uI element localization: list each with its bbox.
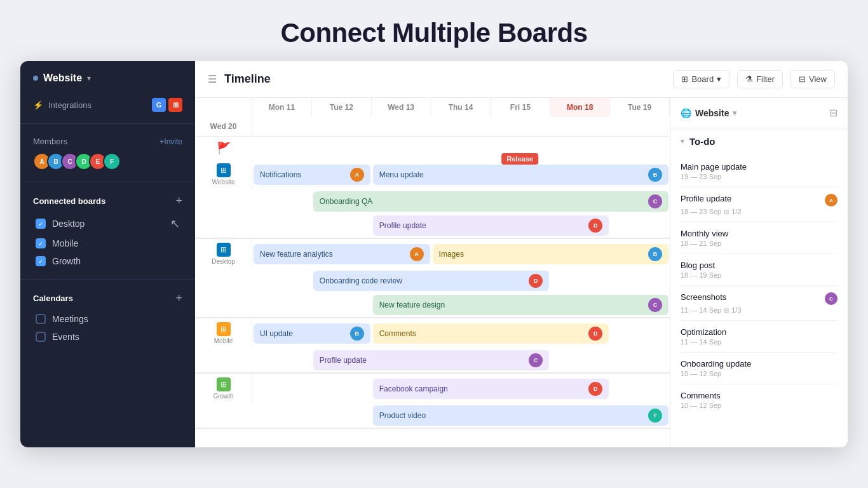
todo-item[interactable]: Screenshots C 11 — 14 Sep ⊟ 1/3 [681, 286, 837, 321]
task-label: Onboarding code review [320, 276, 402, 285]
task-avatar: A [350, 168, 364, 182]
desktop-checkbox[interactable]: ✓ [36, 219, 46, 229]
todo-date: 18 — 23 Sep ⊟ 1/2 [681, 208, 837, 215]
website-icon: 🌐 [681, 108, 691, 118]
meetings-checkbox[interactable] [36, 314, 46, 324]
trello-icon: ⊞ [217, 163, 231, 177]
members-avatars: A B C D E F [33, 152, 182, 170]
task-avatar: D [588, 382, 602, 396]
task-label: Menu update [379, 170, 424, 179]
task-avatar: B [350, 327, 364, 341]
task-new-feature-design[interactable]: New feature design C [373, 295, 668, 315]
invite-button[interactable]: +Invite [159, 137, 182, 146]
todo-header: ▾ To-do [681, 136, 837, 147]
growth-checkbox[interactable]: ✓ [36, 256, 46, 266]
todo-label: To-do [689, 136, 715, 147]
right-panel-website: 🌐 Website ▾ [681, 108, 736, 118]
task-ui-update[interactable]: UI update B [254, 323, 370, 344]
add-calendar-button[interactable]: + [175, 292, 182, 304]
task-label: New feature analytics [260, 250, 333, 259]
board-chevron-icon: ▾ [717, 74, 721, 84]
task-profile-update-1[interactable]: Profile update D [373, 215, 609, 236]
board-icon-website: ⊞ Website [195, 159, 252, 189]
todo-date: 11 — 14 Sep [681, 338, 837, 346]
task-label: Images [439, 250, 464, 259]
task-onboarding-code[interactable]: Onboarding code review D [313, 271, 549, 291]
integrations-icon: ⚡ [33, 100, 43, 110]
website-chevron-icon: ▾ [733, 109, 736, 118]
events-checkbox[interactable] [36, 332, 46, 342]
filter-icon: ⚗ [745, 74, 753, 84]
hamburger-icon[interactable]: ☰ [208, 73, 217, 85]
sidebar-item-events[interactable]: Events [33, 328, 182, 346]
google-integration-icon[interactable]: G [152, 98, 166, 112]
board-row-website: 🚩 Release [195, 137, 670, 239]
main-content: ☰ Timeline ⊞ Board ▾ ⚗ Filter ⊟ View Mo [195, 61, 848, 447]
mobile-checkbox[interactable]: ✓ [36, 238, 46, 248]
todo-title: Screenshots [681, 292, 820, 302]
task-label: Profile update [379, 221, 426, 230]
board-row-desktop: ⊞ Desktop New feature analytics A Images [195, 239, 670, 318]
todo-title: Main page update [681, 162, 837, 172]
filter-button[interactable]: ⚗ Filter [737, 70, 783, 88]
task-comments[interactable]: Comments D [373, 323, 609, 344]
todo-chevron-icon[interactable]: ▾ [681, 137, 684, 146]
sidebar-item-growth[interactable]: ✓ Growth [33, 252, 182, 270]
sidebar: Website ▾ ⚡ Integrations G ⊞ Members +In… [20, 61, 195, 447]
day-col-12: Tue 12 [312, 98, 372, 117]
trello-icon-desktop: ⊞ [217, 243, 231, 257]
timeline-main[interactable]: Mon 11 Tue 12 Wed 13 Thu 14 Fri 15 Mon 1… [195, 98, 670, 447]
trello-icon-growth: ⊞ [217, 377, 231, 391]
todo-item[interactable]: Onboarding update 10 — 12 Sep [681, 353, 837, 384]
sidebar-item-desktop[interactable]: ✓ Desktop ↖ [33, 213, 182, 234]
sidebar-item-meetings[interactable]: Meetings [33, 310, 182, 328]
todo-date: 10 — 12 Sep [681, 370, 837, 377]
board-button[interactable]: ⊞ Board ▾ [673, 70, 729, 88]
task-label: New feature design [379, 301, 445, 309]
calendars-label: Calendars [33, 294, 73, 303]
sidebar-item-mobile[interactable]: ✓ Mobile [33, 234, 182, 252]
task-label: Profile update [320, 356, 367, 365]
toolbar: ☰ Timeline ⊞ Board ▾ ⚗ Filter ⊟ View [195, 61, 848, 98]
desktop-label: Desktop [52, 219, 85, 229]
task-avatar: B [648, 247, 662, 261]
todo-item[interactable]: Blog post 18 — 19 Sep [681, 254, 837, 286]
todo-avatar: C [825, 292, 837, 305]
timeline-container: Mon 11 Tue 12 Wed 13 Thu 14 Fri 15 Mon 1… [195, 98, 848, 447]
day-col-15: Fri 15 [491, 98, 550, 117]
task-images[interactable]: Images B [433, 244, 668, 264]
task-product-video[interactable]: Product video F [373, 405, 668, 426]
todo-item[interactable]: Optimization 11 — 14 Sep [681, 321, 837, 353]
todo-item[interactable]: Main page update 19 — 23 Sep [681, 156, 837, 187]
view-button[interactable]: ⊟ View [790, 70, 835, 88]
task-profile-update-2[interactable]: Profile update C [313, 350, 549, 370]
board-icon-desktop: ⊞ Desktop [195, 239, 252, 269]
todo-item[interactable]: Monthly view 18 — 21 Sep [681, 222, 837, 254]
task-avatar: D [588, 327, 602, 341]
task-menu-update[interactable]: Menu update B [373, 165, 668, 185]
ms-integration-icon[interactable]: ⊞ [168, 98, 182, 112]
todo-item[interactable]: Comments 10 — 12 Sep [681, 384, 837, 416]
todo-date: 19 — 23 Sep [681, 173, 837, 180]
task-notifications[interactable]: Notifications A [254, 165, 370, 185]
add-board-button[interactable]: + [175, 195, 182, 207]
todo-item[interactable]: Profile update A 18 — 23 Sep ⊟ 1/2 [681, 187, 837, 222]
todo-title: Blog post [681, 261, 837, 270]
collapse-panel-button[interactable]: ⊟ [829, 107, 837, 119]
workspace-chevron-icon[interactable]: ▾ [87, 74, 91, 83]
timeline-title: Timeline [224, 72, 271, 86]
right-panel-header: 🌐 Website ▾ ⊟ [670, 98, 848, 128]
task-onboarding-qa[interactable]: Onboarding QA C [313, 191, 668, 212]
day-col-19: Tue 19 [610, 98, 670, 117]
board-icon-mobile: ⊞ Mobile [195, 318, 252, 348]
task-new-feature-analytics[interactable]: New feature analytics A [254, 244, 430, 264]
todo-section: ▾ To-do Main page update 19 — 23 Sep Pro… [670, 128, 848, 423]
todo-date: 18 — 19 Sep [681, 271, 837, 279]
integrations-label: Integrations [48, 100, 92, 110]
todo-title: Optimization [681, 327, 837, 337]
task-avatar: C [648, 298, 662, 312]
task-facebook-campaign[interactable]: Facebook campaign D [373, 379, 609, 399]
todo-date: 18 — 21 Sep [681, 240, 837, 247]
right-panel: 🌐 Website ▾ ⊟ ▾ To-do Main page update [670, 98, 848, 447]
task-label: UI update [260, 329, 293, 338]
